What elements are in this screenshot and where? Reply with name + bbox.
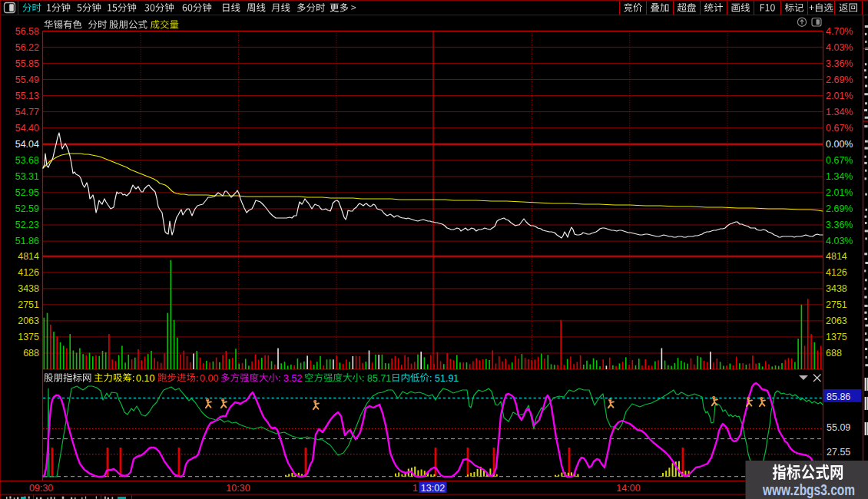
svg-text:0.00%: 0.00% <box>826 139 853 150</box>
svg-text:3.52: 3.52 <box>283 373 302 384</box>
svg-text:55.49: 55.49 <box>15 74 39 85</box>
svg-text:4126: 4126 <box>18 267 39 278</box>
svg-text:3438: 3438 <box>18 283 39 294</box>
svg-text:3.36%: 3.36% <box>826 220 853 230</box>
svg-text:688: 688 <box>826 348 842 359</box>
svg-text:13:02: 13:02 <box>421 483 445 494</box>
svg-text:56.58: 56.58 <box>15 26 39 37</box>
svg-text:4.70%: 4.70% <box>826 26 853 37</box>
svg-text:0.10: 0.10 <box>136 373 154 384</box>
svg-text:3438: 3438 <box>826 283 847 294</box>
svg-text:0.67%: 0.67% <box>826 123 853 134</box>
svg-text:52.23: 52.23 <box>15 220 39 230</box>
svg-text:52.95: 52.95 <box>15 187 39 198</box>
svg-text:0.00: 0.00 <box>200 373 218 384</box>
svg-text:0.67%: 0.67% <box>826 155 853 166</box>
svg-text:2063: 2063 <box>18 316 39 326</box>
svg-text:27.55: 27.55 <box>827 447 850 458</box>
svg-text:1: 1 <box>412 483 418 494</box>
svg-text:56.22: 56.22 <box>15 42 39 53</box>
svg-text:2.69%: 2.69% <box>826 203 853 214</box>
svg-text:1.34%: 1.34% <box>826 107 853 117</box>
svg-text:688: 688 <box>23 348 39 359</box>
svg-text:4814: 4814 <box>826 251 847 262</box>
svg-text:4.03%: 4.03% <box>826 236 853 246</box>
svg-text:53.68: 53.68 <box>15 155 39 166</box>
svg-text:1.34%: 1.34% <box>826 171 853 182</box>
svg-text:55.85: 55.85 <box>15 58 39 69</box>
svg-text:54.77: 54.77 <box>15 107 39 117</box>
svg-text:2.01%: 2.01% <box>826 187 853 198</box>
svg-text:85.86: 85.86 <box>827 392 850 402</box>
svg-text:2751: 2751 <box>826 299 847 310</box>
svg-text:1375: 1375 <box>826 332 847 342</box>
svg-text:2063: 2063 <box>826 316 847 326</box>
svg-text:4814: 4814 <box>18 251 39 262</box>
svg-text:2.01%: 2.01% <box>826 91 853 101</box>
svg-text:55.09: 55.09 <box>827 422 850 433</box>
svg-text:3.36%: 3.36% <box>826 58 853 69</box>
svg-text:1375: 1375 <box>18 332 39 342</box>
svg-text:10:30: 10:30 <box>226 483 250 494</box>
svg-text:2.69%: 2.69% <box>826 74 853 85</box>
svg-text:54.40: 54.40 <box>15 123 39 134</box>
svg-text:2751: 2751 <box>18 299 39 310</box>
svg-text:53.31: 53.31 <box>15 171 39 182</box>
svg-text:4.03%: 4.03% <box>826 42 853 53</box>
svg-text:51.86: 51.86 <box>15 236 39 246</box>
svg-text:www.zbgs3.com: www.zbgs3.com <box>762 481 855 498</box>
svg-text:51.91: 51.91 <box>435 373 459 384</box>
svg-text:52.59: 52.59 <box>15 203 39 214</box>
svg-text:14:00: 14:00 <box>616 483 640 494</box>
svg-text:85.71: 85.71 <box>367 373 391 384</box>
svg-text:54.04: 54.04 <box>15 139 39 150</box>
svg-text:09:30: 09:30 <box>29 483 53 494</box>
svg-text:55.13: 55.13 <box>15 91 39 101</box>
svg-text:4126: 4126 <box>826 267 847 278</box>
